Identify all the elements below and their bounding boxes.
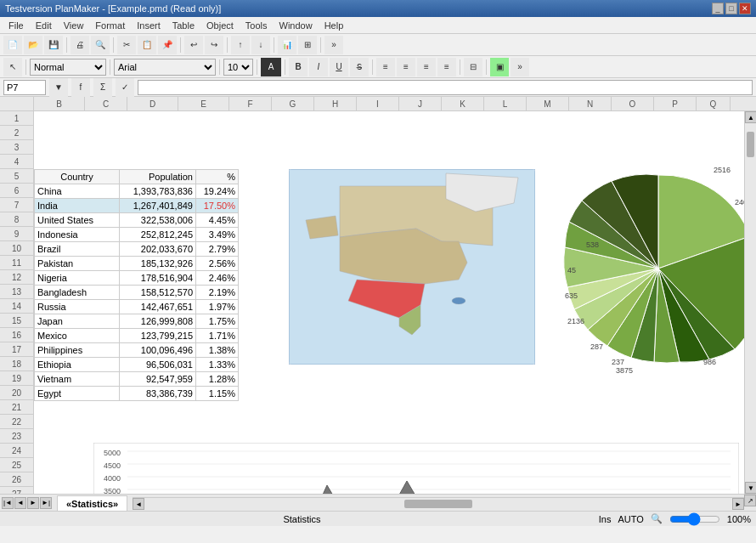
cell-country-7[interactable]: Bangladesh (35, 286, 120, 300)
cell-pop-11[interactable]: 100,096,496 (120, 343, 196, 358)
cell-country-0[interactable]: China (35, 184, 120, 199)
scroll-right-btn[interactable]: ► (732, 498, 744, 510)
sheet-nav-first[interactable]: |◄ (2, 497, 14, 509)
sheet-tab-statistics[interactable]: «Statistics» (57, 495, 127, 511)
row-1[interactable]: 1 (0, 111, 33, 126)
cell-pct-14[interactable]: 1.15% (196, 387, 239, 401)
col-header-G[interactable]: G (272, 97, 314, 110)
row-27[interactable]: 27 (0, 487, 33, 494)
menu-tools[interactable]: Tools (240, 19, 273, 32)
cell-country-13[interactable]: Vietnam (35, 372, 120, 387)
size-select[interactable]: 10 (223, 59, 253, 76)
row-2[interactable]: 2 (0, 126, 33, 140)
cell-pop-4[interactable]: 202,033,670 (120, 242, 196, 257)
row-9[interactable]: 9 (0, 227, 33, 241)
cell-country-1[interactable]: India (35, 199, 120, 213)
function-btn[interactable]: f (71, 78, 90, 97)
align-right-btn[interactable]: ≡ (417, 58, 436, 76)
maximize-button[interactable]: □ (725, 3, 737, 14)
cell-pop-10[interactable]: 123,799,215 (120, 329, 196, 343)
row-12[interactable]: 12 (0, 270, 33, 285)
cell-country-12[interactable]: Ethiopia (35, 358, 120, 372)
cell-pct-0[interactable]: 19.24% (196, 184, 239, 199)
cell-country-2[interactable]: United States (35, 213, 120, 228)
menu-object[interactable]: Object (201, 19, 239, 32)
extend-btn[interactable]: » (324, 36, 343, 54)
horizontal-scrollbar[interactable]: ◄ ► (133, 497, 744, 509)
row-5[interactable]: 5 (0, 169, 33, 184)
row-21[interactable]: 21 (0, 400, 33, 415)
sort-desc-btn[interactable]: ↓ (251, 36, 270, 54)
scroll-track-h[interactable] (144, 498, 732, 510)
cell-reference[interactable]: P7 (3, 80, 46, 95)
row-11[interactable]: 11 (0, 256, 33, 270)
save-btn[interactable]: 💾 (44, 36, 63, 54)
col-header-Q[interactable]: Q (697, 97, 731, 110)
cell-pct-12[interactable]: 1.33% (196, 358, 239, 372)
fill-color-btn[interactable]: ▣ (490, 58, 509, 76)
formula-input[interactable] (138, 80, 753, 95)
close-button[interactable]: ✕ (739, 3, 751, 14)
cell-pop-5[interactable]: 185,132,926 (120, 257, 196, 271)
cell-pop-1[interactable]: 1,267,401,849 (120, 199, 196, 213)
cell-country-3[interactable]: Indonesia (35, 228, 120, 242)
cell-pop-7[interactable]: 158,512,570 (120, 286, 196, 300)
style-select[interactable]: Normal (30, 59, 106, 76)
new-btn[interactable]: 📄 (3, 36, 22, 54)
row-10[interactable]: 10 (0, 241, 33, 256)
scroll-down-btn[interactable]: ▼ (745, 482, 756, 494)
col-header-J[interactable]: J (399, 97, 442, 110)
formula-dropdown[interactable]: ▼ (49, 78, 68, 97)
sort-asc-btn[interactable]: ↑ (231, 36, 250, 54)
open-btn[interactable]: 📂 (24, 36, 42, 54)
cell-pop-0[interactable]: 1,393,783,836 (120, 184, 196, 199)
preview-btn[interactable]: 🔍 (91, 36, 110, 54)
row-23[interactable]: 23 (0, 429, 33, 444)
cell-pop-6[interactable]: 178,516,904 (120, 271, 196, 286)
col-header-H[interactable]: H (314, 97, 357, 110)
cell-country-14[interactable]: Egypt (35, 387, 120, 401)
menu-format[interactable]: Format (90, 19, 130, 32)
row-25[interactable]: 25 (0, 458, 33, 472)
strikethrough-btn[interactable]: S̶ (350, 58, 369, 76)
bold-btn[interactable]: B (289, 58, 307, 76)
cell-pct-3[interactable]: 3.49% (196, 228, 239, 242)
scroll-track-v[interactable] (745, 123, 756, 482)
menu-table[interactable]: Table (167, 19, 200, 32)
col-header-M[interactable]: M (527, 97, 569, 110)
row-6[interactable]: 6 (0, 184, 33, 198)
insert-obj-btn[interactable]: ⊞ (298, 36, 317, 54)
cell-country-9[interactable]: Japan (35, 314, 120, 329)
cell-pct-4[interactable]: 2.79% (196, 242, 239, 257)
copy-btn[interactable]: 📋 (138, 36, 156, 54)
row-26[interactable]: 26 (0, 472, 33, 487)
col-header-E[interactable]: E (178, 97, 229, 110)
scroll-left-btn[interactable]: ◄ (133, 498, 144, 510)
row-13[interactable]: 13 (0, 285, 33, 299)
row-3[interactable]: 3 (0, 140, 33, 155)
row-8[interactable]: 8 (0, 212, 33, 227)
cell-pop-12[interactable]: 96,506,031 (120, 358, 196, 372)
menu-insert[interactable]: Insert (132, 19, 166, 32)
cut-btn[interactable]: ✂ (117, 36, 136, 54)
zoom-slider[interactable] (669, 514, 720, 524)
col-header-O[interactable]: O (612, 97, 654, 110)
sheet-nav-last[interactable]: ►| (40, 497, 52, 509)
cell-pop-8[interactable]: 142,467,651 (120, 300, 196, 314)
align-center-btn[interactable]: ≡ (397, 58, 415, 76)
merge-btn[interactable]: ⊟ (464, 58, 482, 76)
col-header-B[interactable]: B (34, 97, 85, 110)
justify-btn[interactable]: ≡ (437, 58, 456, 76)
row-15[interactable]: 15 (0, 314, 33, 328)
row-24[interactable]: 24 (0, 444, 33, 458)
row-16[interactable]: 16 (0, 328, 33, 342)
vertical-scrollbar[interactable]: ▲ ▼ (744, 111, 756, 494)
scroll-thumb-h[interactable] (404, 500, 472, 508)
cell-pct-5[interactable]: 2.56% (196, 257, 239, 271)
menu-help[interactable]: Help (319, 19, 349, 32)
cell-pct-11[interactable]: 1.38% (196, 343, 239, 358)
color-btn[interactable]: A (261, 58, 281, 76)
underline-btn[interactable]: U (330, 58, 348, 76)
menu-edit[interactable]: Edit (31, 19, 57, 32)
row-20[interactable]: 20 (0, 386, 33, 400)
